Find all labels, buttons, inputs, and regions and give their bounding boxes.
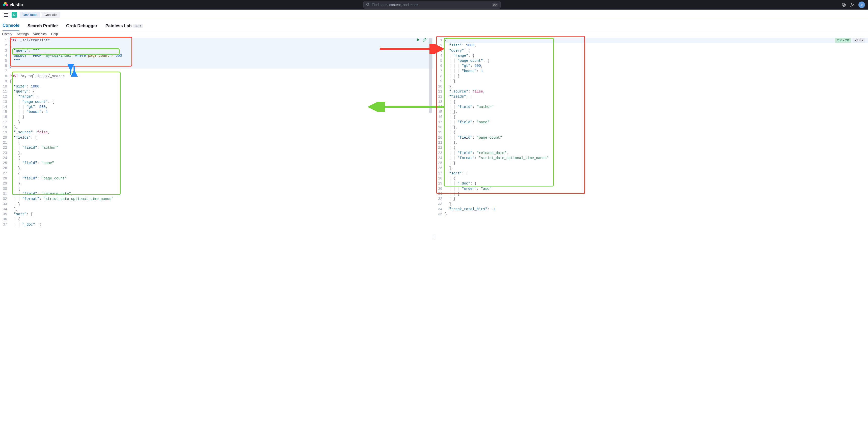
tab-console[interactable]: Console — [2, 23, 20, 31]
request-options-button[interactable] — [423, 38, 427, 43]
status-time-badge: 72 ms — [852, 38, 865, 43]
help-icon[interactable] — [841, 2, 846, 7]
subnav-variables[interactable]: Variables — [33, 32, 46, 36]
request-pane: 1234567891011121314151617181920212223242… — [0, 36, 433, 436]
svg-point-0 — [367, 3, 369, 5]
line-gutter: 1234567891011121314151617181920212223242… — [0, 36, 8, 436]
request-toolbar — [416, 38, 427, 43]
tab-search-profiler[interactable]: Search Profiler — [28, 24, 58, 31]
status-code-badge: 200 - OK — [835, 38, 851, 43]
subnav-settings[interactable]: Settings — [17, 32, 29, 36]
breadcrumb-bar: D Dev Tools Console — [0, 9, 868, 20]
global-header: elastic Find apps, content, and more. ⌘/… — [0, 0, 868, 9]
subnav-history[interactable]: History — [2, 32, 12, 36]
run-request-button[interactable] — [416, 38, 420, 43]
search-placeholder: Find apps, content, and more. — [372, 3, 418, 7]
search-shortcut: ⌘/ — [492, 3, 498, 7]
response-editor[interactable]: 1234567891011121314151617181920212223242… — [435, 36, 868, 436]
svg-line-1 — [369, 5, 370, 6]
svg-point-8 — [426, 39, 426, 39]
nav-toggle-button[interactable] — [3, 12, 9, 18]
pane-divider[interactable] — [433, 36, 435, 436]
breadcrumb-devtools[interactable]: Dev Tools — [20, 12, 40, 18]
beta-badge: BETA — [133, 24, 143, 28]
response-code[interactable]: { "size": 1000, "query": { │ "range": { … — [444, 36, 868, 436]
global-search-input[interactable]: Find apps, content, and more. ⌘/ — [363, 1, 501, 8]
breadcrumb-console[interactable]: Console — [40, 12, 60, 18]
response-pane: 200 - OK 72 ms 1234567891011121314151617… — [435, 36, 868, 436]
space-selector[interactable]: D — [11, 12, 17, 18]
brand-text: elastic — [9, 2, 23, 7]
tab-grok-debugger[interactable]: Grok Debugger — [66, 24, 97, 31]
console-subnav: History Settings Variables Help — [0, 31, 868, 36]
console-workspace: 1234567891011121314151617181920212223242… — [0, 36, 868, 436]
request-editor[interactable]: 1234567891011121314151617181920212223242… — [0, 36, 433, 436]
user-avatar[interactable]: e — [859, 1, 865, 8]
request-code[interactable]: POST _sql/translate{ "query": """ SELECT… — [8, 36, 433, 436]
breadcrumb: Dev Tools Console — [20, 12, 60, 18]
devtools-tabs: Console Search Profiler Grok Debugger Pa… — [0, 20, 868, 31]
tab-painless-lab[interactable]: Painless LabBETA — [105, 24, 143, 31]
elastic-logo-icon — [3, 2, 8, 7]
brand-logo[interactable]: elastic — [3, 2, 23, 7]
search-icon — [366, 3, 370, 7]
newsfeed-icon[interactable] — [850, 2, 855, 7]
subnav-help[interactable]: Help — [51, 32, 58, 36]
svg-point-3 — [843, 4, 844, 5]
line-gutter: 1234567891011121314151617181920212223242… — [435, 36, 444, 436]
response-status: 200 - OK 72 ms — [835, 38, 865, 43]
